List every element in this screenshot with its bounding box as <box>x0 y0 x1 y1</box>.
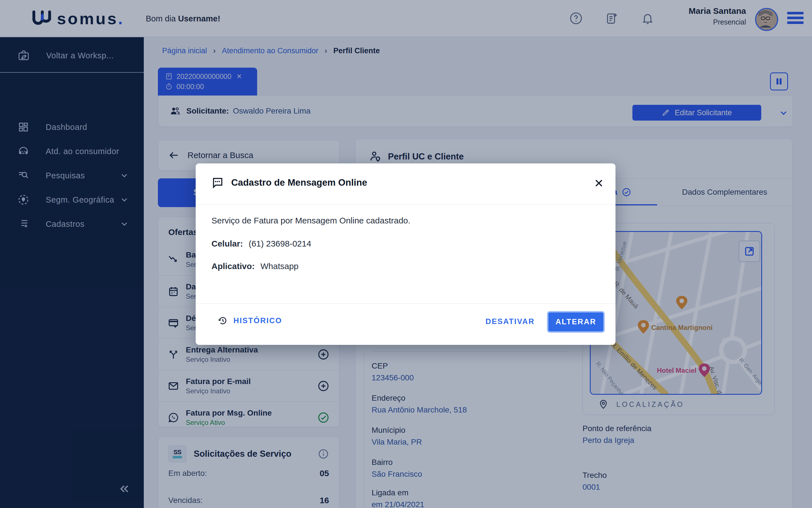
close-icon[interactable] <box>593 177 605 189</box>
message-registration-modal: Cadastro de Mensagem Online Serviço de F… <box>196 163 616 345</box>
deactivate-button[interactable]: DESATIVAR <box>486 317 535 326</box>
history-button[interactable]: HISTÓRICO <box>218 315 282 326</box>
app-value: Whatsapp <box>261 261 299 271</box>
modal-footer-divider <box>196 303 616 304</box>
chat-bubble-icon <box>211 176 224 189</box>
phone-label: Celular: <box>211 239 243 248</box>
history-label: HISTÓRICO <box>233 316 282 325</box>
modal-app-row: Aplicativo: Whatsapp <box>211 261 299 271</box>
app-root: somus . Bom dia Username! <box>0 0 812 508</box>
app-label: Aplicativo: <box>211 261 255 271</box>
modal-title: Cadastro de Mensagem Online <box>231 177 367 188</box>
phone-value: (61) 23698-0214 <box>249 239 311 248</box>
history-clock-icon <box>218 315 228 326</box>
change-button[interactable]: ALTERAR <box>547 311 605 333</box>
modal-message: Serviço de Fatura por Mensagem Online ca… <box>211 216 410 225</box>
modal-header: Cadastro de Mensagem Online <box>211 176 367 189</box>
modal-phone-row: Celular: (61) 23698-0214 <box>211 239 311 249</box>
modal-header-divider <box>196 205 616 205</box>
